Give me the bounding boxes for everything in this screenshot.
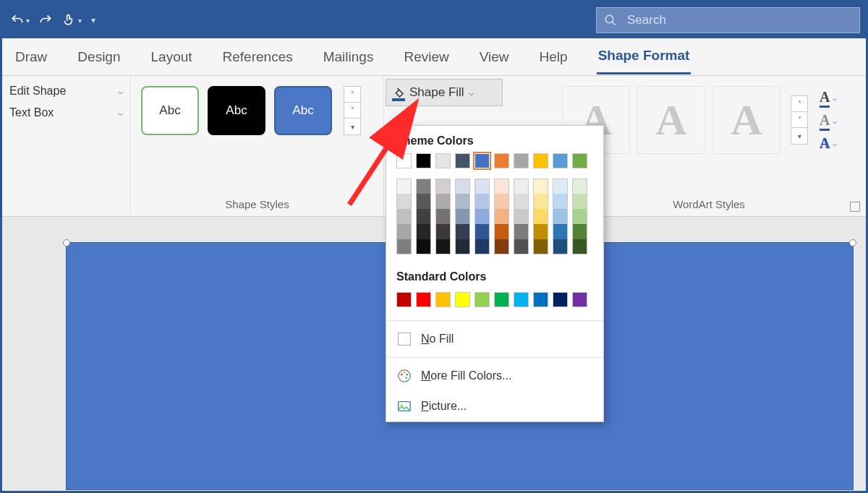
theme-color-swatch[interactable]	[455, 153, 470, 168]
shade-swatch[interactable]	[416, 194, 431, 209]
no-fill-item[interactable]: No Fill	[386, 324, 603, 354]
shade-swatch[interactable]	[533, 179, 548, 194]
shade-swatch[interactable]	[455, 194, 470, 209]
shade-swatch[interactable]	[572, 194, 587, 209]
shade-swatch[interactable]	[572, 239, 587, 254]
shape-fill-button[interactable]: Shape Fill ⌵	[386, 79, 503, 106]
shade-swatch[interactable]	[514, 179, 529, 194]
shade-swatch[interactable]	[533, 239, 548, 254]
style-preset-3[interactable]: Abc	[274, 86, 332, 135]
shade-swatch[interactable]	[475, 209, 490, 224]
wordart-down-button[interactable]: ˅	[791, 112, 807, 128]
resize-handle[interactable]	[63, 239, 70, 246]
shade-swatch[interactable]	[416, 239, 431, 254]
shade-swatch[interactable]	[494, 209, 509, 224]
shade-swatch[interactable]	[435, 209, 451, 224]
theme-color-swatch[interactable]	[533, 153, 548, 168]
tab-shape-format[interactable]: Shape Format	[597, 39, 692, 74]
wordart-up-button[interactable]: ˄	[791, 96, 807, 112]
shade-swatch[interactable]	[396, 194, 412, 209]
edit-shape-button[interactable]: Edit Shape ⌵	[8, 80, 124, 102]
shade-swatch[interactable]	[572, 209, 587, 224]
shade-swatch[interactable]	[533, 224, 548, 239]
shade-swatch[interactable]	[514, 224, 529, 239]
wordart-more-button[interactable]: ▾	[791, 128, 807, 144]
shade-swatch[interactable]	[396, 224, 412, 239]
shade-swatch[interactable]	[553, 239, 568, 254]
standard-color-swatch[interactable]	[435, 292, 451, 307]
wordart-preset-2[interactable]: A	[637, 86, 705, 154]
standard-color-swatch[interactable]	[396, 292, 412, 307]
text-fill-button[interactable]: A⌵	[820, 89, 837, 108]
style-preset-1[interactable]: Abc	[141, 86, 199, 135]
tab-review[interactable]: Review	[402, 40, 450, 74]
shade-swatch[interactable]	[435, 239, 451, 254]
resize-handle[interactable]	[849, 239, 856, 246]
gallery-up-button[interactable]: ˄	[344, 87, 360, 103]
standard-color-swatch[interactable]	[494, 292, 509, 307]
shade-swatch[interactable]	[435, 194, 451, 209]
shade-swatch[interactable]	[396, 239, 412, 254]
theme-color-swatch[interactable]	[494, 153, 509, 168]
shade-swatch[interactable]	[553, 194, 568, 209]
shade-swatch[interactable]	[514, 209, 529, 224]
style-preset-2[interactable]: Abc	[208, 86, 265, 135]
theme-color-swatch[interactable]	[416, 153, 431, 168]
touch-mode-button[interactable]: ▾	[60, 9, 83, 32]
tab-mailings[interactable]: Mailings	[322, 40, 375, 74]
shade-swatch[interactable]	[514, 194, 529, 209]
undo-button[interactable]: ▾	[8, 9, 31, 32]
shade-swatch[interactable]	[514, 239, 529, 254]
theme-color-swatch[interactable]	[396, 153, 412, 168]
shade-swatch[interactable]	[455, 224, 470, 239]
standard-color-swatch[interactable]	[572, 292, 587, 307]
tab-draw[interactable]: Draw	[14, 40, 48, 74]
shade-swatch[interactable]	[494, 224, 509, 239]
shade-swatch[interactable]	[475, 239, 490, 254]
shade-swatch[interactable]	[455, 209, 470, 224]
shade-swatch[interactable]	[553, 209, 568, 224]
shade-swatch[interactable]	[475, 224, 490, 239]
standard-color-swatch[interactable]	[416, 292, 431, 307]
tab-references[interactable]: References	[221, 40, 294, 74]
more-fill-colors-item[interactable]: More Fill Colors...	[386, 361, 603, 391]
shade-swatch[interactable]	[572, 224, 587, 239]
shade-swatch[interactable]	[494, 179, 509, 194]
standard-color-swatch[interactable]	[514, 292, 529, 307]
theme-color-swatch[interactable]	[475, 153, 490, 168]
gallery-down-button[interactable]: ˅	[344, 103, 360, 119]
gallery-more-button[interactable]: ▾	[344, 119, 360, 134]
search-box[interactable]: Search	[596, 7, 860, 33]
shade-swatch[interactable]	[416, 224, 431, 239]
tab-help[interactable]: Help	[538, 40, 569, 74]
shade-swatch[interactable]	[533, 209, 548, 224]
shade-swatch[interactable]	[475, 179, 490, 194]
shade-swatch[interactable]	[553, 224, 568, 239]
shade-swatch[interactable]	[455, 179, 470, 194]
standard-color-swatch[interactable]	[475, 292, 490, 307]
redo-button[interactable]	[34, 9, 57, 32]
tab-layout[interactable]: Layout	[150, 40, 194, 74]
shade-swatch[interactable]	[475, 194, 490, 209]
wordart-dialog-launcher[interactable]	[850, 202, 860, 212]
theme-color-swatch[interactable]	[514, 153, 529, 168]
shade-swatch[interactable]	[553, 179, 568, 194]
theme-color-swatch[interactable]	[553, 153, 568, 168]
standard-color-swatch[interactable]	[553, 292, 568, 307]
standard-color-swatch[interactable]	[455, 292, 470, 307]
customize-qat-button[interactable]: ▾	[86, 9, 101, 32]
theme-color-swatch[interactable]	[435, 153, 451, 168]
text-effects-button[interactable]: A⌵	[820, 135, 837, 152]
shade-swatch[interactable]	[455, 239, 470, 254]
standard-color-swatch[interactable]	[533, 292, 548, 307]
tab-view[interactable]: View	[478, 40, 511, 74]
shade-swatch[interactable]	[435, 179, 451, 194]
shade-swatch[interactable]	[494, 194, 509, 209]
shade-swatch[interactable]	[533, 194, 548, 209]
shade-swatch[interactable]	[416, 179, 431, 194]
picture-fill-item[interactable]: Picture...	[386, 391, 603, 421]
shade-swatch[interactable]	[396, 209, 412, 224]
tab-design[interactable]: Design	[76, 40, 122, 74]
text-outline-button[interactable]: A⌵	[820, 112, 837, 131]
shade-swatch[interactable]	[572, 179, 587, 194]
